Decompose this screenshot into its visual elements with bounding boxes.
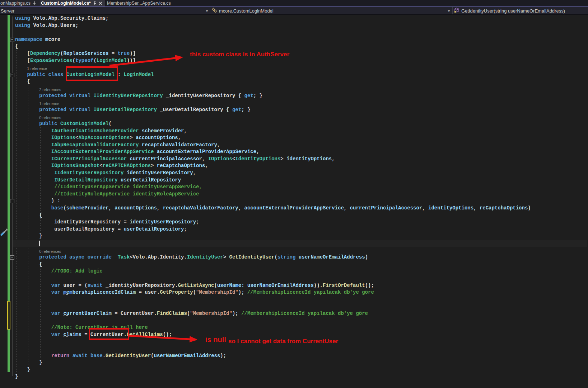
code-line[interactable]: −) : <box>0 198 588 205</box>
token: , <box>473 205 480 211</box>
token: > <box>280 156 286 162</box>
fold-collapse-toggle[interactable]: − <box>10 38 14 42</box>
code-line[interactable]: −namespace mcore <box>0 36 588 43</box>
code-line[interactable]: var user = (await _identityUserRepositor… <box>0 282 588 289</box>
code-line[interactable]: −protected async override Task<Volo.Abp.… <box>0 254 588 261</box>
code-line[interactable]: } <box>0 359 588 366</box>
code-line[interactable]: //IIdentityRoleAppService identityRoleAp… <box>0 191 588 198</box>
code-line[interactable]: [Dependency(ReplaceServices = true)] <box>0 50 588 57</box>
code-line[interactable]: _userDetailRepository = userDetailReposi… <box>0 226 588 233</box>
code-line[interactable]: var currentUserClaim = CurrentUser.FindC… <box>0 310 588 317</box>
codelens-references[interactable]: 2 references <box>39 87 61 92</box>
code-line[interactable]: //TODO: Add logic <box>0 268 588 275</box>
tab-membershipserappservice[interactable]: MembershipSer...AppService.cs <box>106 0 174 6</box>
codelens-references[interactable]: 1 reference <box>39 101 59 106</box>
code-line[interactable]: [ExposeServices(typeof(LoginModel))] <box>0 57 588 65</box>
close-icon[interactable] <box>99 1 102 5</box>
code-line[interactable]: base(schemeProvider, accountOptions, rec… <box>0 205 588 212</box>
token: ) : <box>51 198 60 204</box>
code-line[interactable]: using Volo.Abp.Security.Claims; <box>0 15 588 22</box>
class-icon <box>212 8 217 14</box>
codelens-line[interactable]: 0 references <box>0 247 588 254</box>
token: CustomLoginModel <box>60 121 108 127</box>
code-line[interactable] <box>0 345 588 352</box>
chevron-down-icon[interactable]: ▼ <box>205 9 209 13</box>
token: } <box>27 367 30 373</box>
token: Task <box>118 254 130 260</box>
token: userNameOrEmailAddress <box>247 283 314 288</box>
pin-icon[interactable] <box>93 1 97 5</box>
code-line[interactable]: ICurrentPrincipalAccessor currentPrincip… <box>0 156 588 163</box>
code-line[interactable]: var membershipLicenceIdClaim = user.GetP… <box>0 289 588 296</box>
token: protected <box>39 254 66 260</box>
code-line[interactable]: //Note: CurrentUser is null here <box>0 324 588 331</box>
chevron-down-icon[interactable]: ▼ <box>447 9 451 13</box>
code-line[interactable]: IAuthenticationSchemeProvider schemeProv… <box>0 128 588 135</box>
code-line[interactable]: protected virtual IUserDetailRepository … <box>0 107 588 114</box>
code-line[interactable]: return await base.GetIdentityUser(userNa… <box>0 352 588 360</box>
tab-onmappings[interactable]: onMappings.cs <box>0 0 39 6</box>
code-line[interactable]: IIdentityUserRepository identityUserRepo… <box>0 170 588 177</box>
token: ( <box>93 58 96 63</box>
token: IIdentityUserRepository <box>54 170 123 176</box>
code-line[interactable] <box>0 240 588 247</box>
code-line[interactable]: IOptions<AbpAccountOptions> accountOptio… <box>0 134 588 142</box>
fold-collapse-toggle[interactable]: − <box>10 199 14 203</box>
codelens-line[interactable]: 1 reference <box>0 99 588 107</box>
code-line[interactable]: IOptionsSnapshot<reCAPTCHAOptions> reCap… <box>0 162 588 170</box>
member-dropdown[interactable]: GetIdentityUser(string userNameOrEmailAd… <box>452 7 588 14</box>
pin-icon[interactable] <box>33 1 36 5</box>
code-line[interactable]: IAccountExternalProviderAppService accou… <box>0 148 588 156</box>
codelens-references[interactable]: 1 reference <box>27 66 47 71</box>
token: , <box>217 142 220 148</box>
type-dropdown[interactable]: mcore.CustomLoginModel ▼ <box>210 7 452 14</box>
token: class <box>48 72 63 77</box>
token: identityOptions <box>286 156 332 162</box>
code-line[interactable]: protected virtual IIdentityUserRepositor… <box>0 93 588 100</box>
code-line[interactable]: using Volo.Abp.Users; <box>0 22 588 29</box>
code-line[interactable]: var claims = CurrentUser.GetAllClaims(); <box>0 331 588 339</box>
code-line[interactable]: IAbpRecaptchaValidatorFactory recaptchaV… <box>0 142 588 149</box>
codelens-references[interactable]: 0 references <box>39 249 61 254</box>
tab-customloginmodel[interactable]: CustomLoginModel.cs* <box>39 0 106 6</box>
token <box>163 93 166 99</box>
code-line[interactable]: public CustomLoginModel( <box>0 120 588 128</box>
project-dropdown[interactable]: Server ▼ <box>0 7 210 14</box>
code-line[interactable] <box>0 296 588 303</box>
code-line[interactable]: { <box>0 43 588 50</box>
code-line[interactable] <box>0 303 588 310</box>
token: GetProperty <box>160 289 193 295</box>
token: ) <box>365 254 368 260</box>
token: GetIdentityUser <box>229 254 275 260</box>
code-line[interactable]: //IIdentityUserAppService identityUserAp… <box>0 184 588 191</box>
codelens-line[interactable]: 0 references <box>0 113 588 120</box>
token: = <box>108 51 117 56</box>
code-line[interactable] <box>0 29 588 36</box>
code-line[interactable]: } <box>0 366 588 374</box>
token: var <box>51 283 60 288</box>
code-line[interactable]: IUserDetailRepository userDetailReposito… <box>0 177 588 184</box>
code-line[interactable]: } <box>0 373 588 380</box>
token: , <box>205 163 208 169</box>
fold-collapse-toggle[interactable]: − <box>10 255 14 260</box>
codelens-references[interactable]: 0 references <box>39 115 61 120</box>
token: schemeProvider <box>142 128 184 134</box>
navigation-bar: Server ▼ mcore.CustomLoginModel ▼ GetIde… <box>0 7 588 15</box>
code-line[interactable]: } <box>0 233 588 240</box>
code-line[interactable]: _identityUserRepository = identityUserRe… <box>0 219 588 226</box>
token: ))] <box>127 58 136 63</box>
code-line[interactable] <box>0 275 588 282</box>
token: //IIdentityRoleAppService identityRoleAp… <box>54 191 199 197</box>
fold-collapse-toggle[interactable]: − <box>10 73 14 77</box>
code-line[interactable]: { <box>0 212 588 219</box>
token: user = ( <box>60 283 88 288</box>
token: public <box>27 72 45 77</box>
codelens-line[interactable]: 2 references <box>0 85 588 93</box>
token: virtual <box>69 93 90 99</box>
code-line[interactable]: { <box>0 261 588 268</box>
token: LoginModel <box>123 72 154 77</box>
token: _userDetailRepository <box>51 226 115 232</box>
token <box>127 156 130 162</box>
token: , <box>256 149 259 155</box>
code-line[interactable] <box>0 317 588 325</box>
